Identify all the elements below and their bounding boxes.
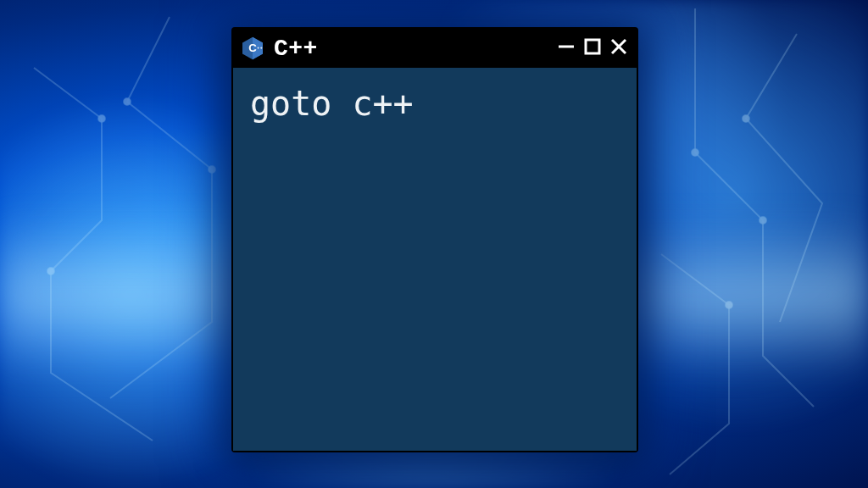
titlebar[interactable]: C + + C++: [233, 29, 637, 68]
svg-point-5: [726, 302, 732, 308]
svg-point-1: [47, 268, 54, 274]
minimize-icon[interactable]: [557, 37, 576, 60]
svg-point-2: [209, 166, 215, 173]
cpp-logo-icon: C + +: [240, 36, 265, 61]
terminal-window: C + + C++ goto c++: [231, 27, 638, 452]
svg-rect-14: [586, 40, 599, 53]
svg-point-0: [98, 115, 105, 122]
svg-point-6: [124, 98, 131, 105]
close-icon[interactable]: [609, 37, 628, 60]
svg-point-3: [692, 149, 698, 156]
svg-text:C: C: [248, 42, 257, 54]
svg-point-7: [743, 115, 749, 122]
svg-text:+: +: [260, 46, 263, 50]
maximize-icon[interactable]: [584, 38, 601, 59]
svg-text:+: +: [257, 46, 259, 50]
window-title: C++: [274, 36, 548, 62]
editor-content[interactable]: goto c++: [233, 68, 637, 451]
window-controls: [557, 37, 628, 60]
svg-point-4: [760, 217, 766, 224]
